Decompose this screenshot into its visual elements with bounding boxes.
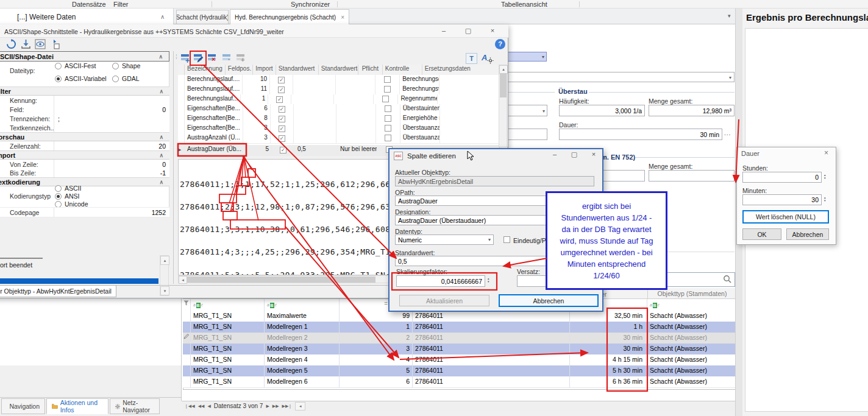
splitter[interactable] [181,298,182,401]
menge-gesamt-label: Menge gesamt: [649,97,692,105]
cell: MRG_T1_SN [191,344,265,354]
table-row[interactable]: MRG_T1_SNModellregen 332786401130 minSch… [183,344,736,355]
cell: 27864011 [413,376,570,387]
menu-item-synchronizer[interactable]: Synchronizer [291,1,330,8]
row-selector[interactable] [183,344,191,354]
tab-hyd-berechnungsergebnis[interactable]: Hyd. Berechnungsergebnis (Schacht) × [230,9,349,24]
en752-menge-label: Menge gesamt: [649,163,692,170]
table-row[interactable]: MRG_T1_SNModellregen 55278640115 h 30 mi… [183,365,736,377]
cell: Schacht (Abwasser) [647,344,736,354]
filter-cell[interactable]: aBc [191,299,265,311]
tab-aktionen-und-infos[interactable]: Aktionen und Infos [46,398,108,414]
filter-cell[interactable]: aBc [647,299,736,311]
left-combobox[interactable]: ▾ [508,105,547,116]
haeufigkeit-input[interactable] [559,105,645,116]
abc-icon: aBc [193,303,203,308]
menge-gesamt-input[interactable] [649,105,735,116]
row-selector[interactable] [183,311,191,322]
menu-separator [212,1,212,7]
annotation-line: umgerechnet werden - bei [547,247,666,258]
cell: Schacht (Abwasser) [647,322,736,333]
group-line [635,157,735,158]
tab-schacht-hydraulik[interactable]: Schacht (Hydraulik) [176,10,229,24]
chevron-down-icon: ▾ [729,75,731,80]
table-row-editing[interactable]: MRG_T1_SNModellregen 222786401130 minSch… [183,333,736,344]
annotation-line: da in der DB Tag erwartet [547,224,666,235]
cell: 4 [340,354,413,365]
filter-cell[interactable] [183,299,191,311]
cell: 5 h 30 min [570,365,647,376]
last-record-button[interactable]: ▶▶❘ [282,404,293,409]
cell: MRG_T1_SN [191,333,265,344]
row-selector[interactable] [183,354,191,365]
hscroll-left-button[interactable]: ◂ [295,402,305,411]
cell: Modellregen 4 [265,354,340,365]
cell: 27864011 [413,354,570,365]
table-row[interactable]: MRG_T1_SNModellregen 11278640111 hSchach… [183,322,736,333]
cell: Maximalwerte [265,311,340,322]
filter-cell[interactable]: aBc [265,299,340,311]
menu-item-filter[interactable]: Filter [113,1,128,8]
cell: MRG_T1_SN [191,311,265,322]
selected-combobox[interactable]: ▾ [508,52,547,62]
next-page-button[interactable]: ▶▶ [272,404,279,409]
cell: Modellregen 2 [265,333,340,344]
menu-separator [337,1,338,7]
cell: 27864011 [413,322,570,333]
table-row[interactable]: MRG_T1_SNModellregen 66278640116 h 36 mi… [183,376,736,388]
first-record-button[interactable]: ❘◀◀ [185,404,195,409]
cell: Modellregen 5 [265,365,340,376]
annotation-line: 1/24/60 [547,270,666,281]
tab-netz-navigator[interactable]: Netz-Navigator [110,398,160,414]
dauer-input[interactable] [559,129,722,140]
left-field[interactable] [508,129,547,140]
cell: MRG_T1_SN [191,376,265,387]
collapse-chevron-icon[interactable]: ∧ [160,13,165,20]
annotation-line: Minuten entsprechend [547,258,666,270]
weitere-daten-label[interactable]: [...] Weitere Daten [17,13,76,21]
group-line [508,92,555,93]
record-counter: Datensatz 3 von 7 [214,403,263,409]
menu-item-datensaetze[interactable]: Datensätze [72,1,106,8]
next-record-button[interactable]: ▶ [266,404,269,409]
berechnungslauf-combobox[interactable]: ▾ [508,72,735,82]
folder-icon [52,403,58,409]
en752-menge-input[interactable] [649,170,735,182]
dauer-ellipsis-button[interactable]: ... [724,130,731,136]
row-selector[interactable] [183,365,191,376]
cell: MRG_T1_SN [191,322,265,333]
menu-item-tabellenansicht[interactable]: Tabellenansicht [501,1,547,8]
cell: 2 [340,333,413,344]
cell: MRG_T1_SN [191,354,265,365]
prev-record-button[interactable]: ◀ [207,404,210,409]
cell: Modellregen 1 [265,322,340,333]
app-window: Datensätze Filter Synchronizer Tabellena… [0,0,868,416]
cell: 1 h [570,322,647,333]
cell: 32,50 min [570,311,647,322]
tab-close-icon[interactable]: × [341,14,344,21]
tab-list-dropdown-icon[interactable]: ▾ [728,13,731,19]
cell: 1 [340,322,413,333]
table-row[interactable]: MRG_T1_SNModellregen 44278640114 h 15 mi… [183,354,736,366]
cell: 4 h 15 min [570,354,647,365]
dauer-label: Dauer: [559,121,578,129]
cell: 6 h 36 min [570,376,647,387]
tab-navigation[interactable]: Navigation [1,398,45,414]
annotation-line: wird, muss Stunde auf Tag [547,235,666,247]
record-navigator: ❘◀◀ ◀◀ ◀ Datensatz 3 von 7 ▶ ▶▶ ▶▶❘ ◂ [182,401,738,411]
abc-icon: aBc [267,303,277,308]
left-panel-footer [0,365,181,398]
cell: MRG_T1_SN [191,365,265,376]
cell: Schacht (Abwasser) [647,376,736,387]
cell: Schacht (Abwasser) [647,365,736,376]
dauer-dialog [736,147,836,245]
row-selector[interactable] [183,322,191,333]
gear-icon [115,403,120,410]
row-selector[interactable] [183,376,191,387]
annotation-line: ergibt sich bei [547,200,666,212]
en752-group-title: m. EN 752) [601,153,635,161]
prev-page-button[interactable]: ◀◀ [198,404,205,409]
table-row[interactable]: MRG_T1_SNMaximalwerte992786401132,50 min… [183,311,736,322]
row-selector[interactable] [183,333,191,344]
cell: 27864011 [413,344,570,354]
